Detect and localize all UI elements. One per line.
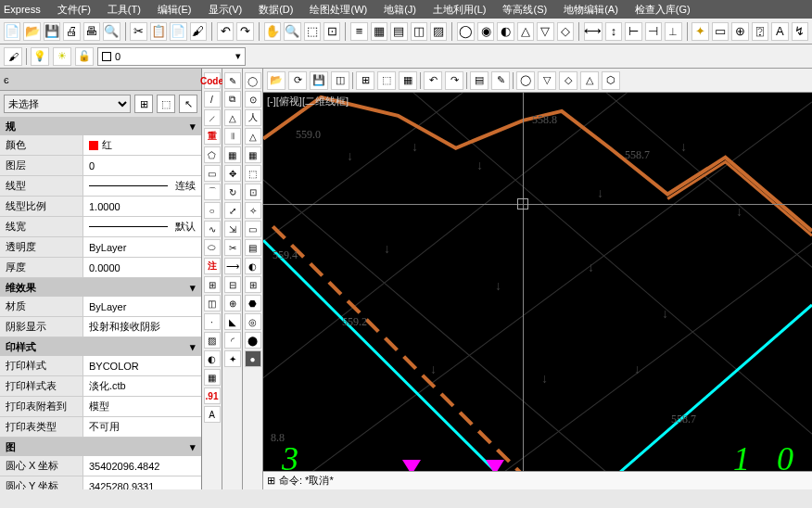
tool3-icon[interactable]: ◐ — [497, 22, 514, 41]
ext5-icon[interactable]: A — [771, 22, 788, 41]
menu-landuse[interactable]: 土地利用(L) — [433, 3, 486, 17]
tool2-icon[interactable]: ◉ — [477, 22, 494, 41]
table-tool[interactable]: ▦ — [204, 369, 221, 386]
menu-featureedit[interactable]: 地物编辑(A) — [564, 3, 618, 17]
viewport[interactable]: [-][俯视][二维线框] — [263, 93, 812, 471]
saveas-icon[interactable]: 🖨 — [63, 22, 80, 41]
spline-tool[interactable]: ∿ — [204, 221, 221, 237]
break-tool[interactable]: ⊟ — [224, 276, 241, 293]
command-line[interactable]: ⊞ 命令: *取消* — [263, 471, 812, 489]
mirror-tool[interactable]: △ — [224, 109, 241, 126]
prop-ptype-value[interactable]: 不可用 — [83, 417, 201, 437]
plot-icon[interactable]: 🖶 — [83, 22, 100, 41]
lock-icon[interactable]: 🔓 — [75, 47, 94, 66]
zoomwin-icon[interactable]: ⬚ — [304, 22, 321, 41]
e13-tool[interactable]: ⬣ — [245, 295, 261, 311]
pan-icon[interactable]: ✋ — [264, 22, 281, 41]
select-icon[interactable]: ↖ — [179, 95, 197, 113]
circle-tool[interactable]: ○ — [204, 202, 221, 219]
dim1-icon[interactable]: ⟷ — [584, 22, 603, 41]
text-tool[interactable]: A — [204, 406, 221, 423]
point-tool[interactable]: · — [204, 313, 221, 330]
e3-tool[interactable]: 人 — [245, 109, 261, 126]
ct14-icon[interactable]: ⬡ — [602, 71, 620, 90]
e1-tool[interactable]: ◯ — [245, 72, 261, 89]
stretch-tool[interactable]: ⇲ — [224, 221, 241, 237]
section-view[interactable]: 图▾ — [0, 438, 201, 456]
hatch-tool[interactable]: ▨ — [204, 332, 221, 349]
e10-tool[interactable]: ▤ — [245, 239, 261, 256]
arc-tool[interactable]: ⌒ — [204, 184, 221, 200]
props-header[interactable]: є — [0, 69, 201, 91]
erase-tool[interactable]: ✎ — [224, 72, 241, 89]
dim4-icon[interactable]: ⊣ — [645, 22, 662, 41]
menu-data[interactable]: 数据(D) — [259, 3, 293, 17]
ct13-icon[interactable]: △ — [580, 71, 599, 90]
match-icon[interactable]: 🖌 — [190, 22, 207, 41]
block-icon[interactable]: ◫ — [411, 22, 427, 41]
dim5-icon[interactable]: ⟂ — [665, 22, 681, 41]
ct-undo-icon[interactable]: ↶ — [424, 71, 442, 90]
menu-express[interactable]: Express — [4, 4, 41, 15]
fillet-tool[interactable]: ◜ — [224, 332, 241, 349]
cut-icon[interactable]: ✂ — [130, 22, 146, 41]
prop-layer-value[interactable]: 0 — [83, 156, 201, 175]
ellipse-tool[interactable]: ⬭ — [204, 239, 221, 256]
prop-ltype-value[interactable]: 连续 — [83, 176, 201, 196]
ext2-icon[interactable]: ▭ — [712, 22, 729, 41]
prop-material-value[interactable]: ByLayer — [83, 297, 201, 316]
ext6-icon[interactable]: ↯ — [792, 22, 808, 41]
menu-drawproc[interactable]: 绘图处理(W) — [310, 3, 367, 17]
ext3-icon[interactable]: ⊕ — [731, 22, 748, 41]
open-icon[interactable]: 📂 — [23, 22, 40, 41]
prop-trans-value[interactable]: ByLayer — [83, 237, 201, 257]
ct8-icon[interactable]: ▤ — [470, 71, 488, 90]
prop-thick-value[interactable]: 0.0000 — [83, 258, 201, 277]
ct2-icon[interactable]: ⟳ — [288, 71, 307, 90]
ct10-icon[interactable]: ◯ — [516, 71, 535, 90]
zoomext-icon[interactable]: ⊡ — [324, 22, 340, 41]
paste-icon[interactable]: 📄 — [170, 22, 186, 41]
e12-tool[interactable]: ⊞ — [245, 276, 261, 293]
tool1-icon[interactable]: ◯ — [457, 22, 474, 41]
preview-icon[interactable]: 🔍 — [103, 22, 120, 41]
menu-file[interactable]: 文件(F) — [57, 3, 91, 17]
dim2-icon[interactable]: ↕ — [605, 22, 622, 41]
section-3d[interactable]: 维效果▾ — [0, 278, 201, 297]
menu-tool[interactable]: 工具(T) — [108, 3, 141, 17]
ct4-icon[interactable]: ◫ — [331, 71, 349, 90]
selection-combo[interactable]: 未选择 — [4, 95, 131, 113]
prop-lweight-value[interactable]: 默认 — [83, 217, 201, 236]
pline-tool[interactable]: ⟋ — [204, 109, 221, 126]
region-tool[interactable]: ◐ — [204, 350, 221, 367]
chamfer-tool[interactable]: ◣ — [224, 313, 241, 330]
redo-icon[interactable]: ↷ — [236, 22, 253, 41]
array-tool[interactable]: ▦ — [224, 146, 241, 163]
save-icon[interactable]: 💾 — [44, 22, 60, 41]
extend-tool[interactable]: ⟶ — [224, 258, 241, 274]
prop-shadow-value[interactable]: 投射和接收阴影 — [83, 317, 201, 337]
copy-tool[interactable]: ⧉ — [224, 91, 241, 108]
prop-pattach-value[interactable]: 模型 — [83, 397, 201, 416]
layers-icon[interactable]: ≡ — [350, 22, 367, 41]
offset-tool[interactable]: ⫴ — [224, 128, 241, 145]
zhu-tool[interactable]: 注 — [204, 258, 221, 274]
tool5-icon[interactable]: ▽ — [537, 22, 553, 41]
prop-color-value[interactable]: 红 — [83, 135, 201, 155]
section-general[interactable]: 规▾ — [0, 117, 201, 135]
block-tool[interactable]: ◫ — [204, 295, 221, 311]
e8-tool[interactable]: ✧ — [245, 202, 261, 219]
chong-tool[interactable]: 重 — [204, 128, 221, 145]
prop-pstyle-value[interactable]: BYCOLOR — [83, 356, 201, 375]
e15-tool[interactable]: ⬤ — [245, 332, 261, 349]
e5-tool[interactable]: ▦ — [245, 146, 261, 163]
menu-checkin[interactable]: 检查入库(G) — [635, 3, 691, 17]
e16-tool[interactable]: ● — [245, 350, 261, 367]
layer-combo[interactable]: 0 ▾ — [97, 47, 246, 66]
menu-edit[interactable]: 编辑(E) — [158, 3, 192, 17]
freeze-icon[interactable]: ☀ — [53, 47, 71, 66]
e7-tool[interactable]: ⊡ — [245, 184, 261, 200]
move-tool[interactable]: ✥ — [224, 165, 241, 182]
hatch-icon[interactable]: ▨ — [430, 22, 447, 41]
section-plot[interactable]: 印样式▾ — [0, 337, 201, 356]
